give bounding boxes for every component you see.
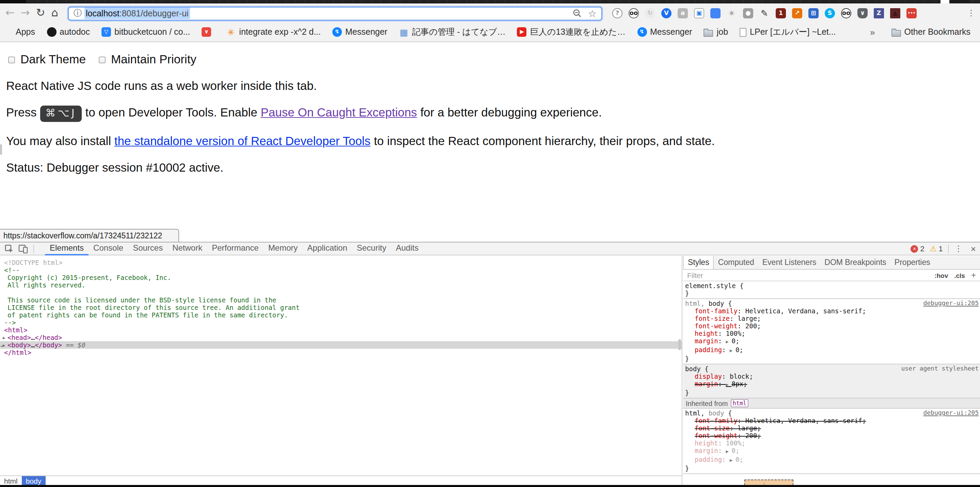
- url-text[interactable]: localhost:8081/debugger-ui: [84, 8, 190, 19]
- back-button[interactable]: ←: [5, 8, 14, 18]
- devtools-tab-sources[interactable]: Sources: [128, 242, 167, 255]
- warning-icon[interactable]: ⚠: [930, 245, 937, 252]
- devtools-tab-security[interactable]: Security: [352, 242, 391, 255]
- sidebar-tab-dom-breakpoints[interactable]: DOM Breakpoints: [820, 256, 891, 269]
- css-property[interactable]: font-weight: 200;: [685, 432, 978, 439]
- devtools-tab-memory[interactable]: Memory: [264, 242, 303, 255]
- dom-node[interactable]: Copyright (c) 2015-present, Facebook, In…: [0, 274, 682, 281]
- bookmark-red-shield[interactable]: ∨: [202, 27, 215, 37]
- sidebar-tab-computed[interactable]: Computed: [714, 256, 758, 269]
- devtools-menu-icon[interactable]: ⋮: [955, 244, 963, 253]
- extension-blue-box-icon[interactable]: [710, 8, 721, 18]
- dom-node[interactable]: ▶<head>…</head>: [0, 334, 682, 341]
- dom-node[interactable]: <!DOCTYPE html>: [0, 259, 682, 266]
- expand-arrow-icon[interactable]: ▶: [3, 341, 5, 349]
- error-icon[interactable]: ×: [911, 245, 918, 252]
- toggle-class-button[interactable]: .cls: [954, 271, 965, 279]
- devtools-tab-application[interactable]: Application: [302, 242, 352, 255]
- css-property[interactable]: padding: ▶ 0;: [685, 346, 978, 355]
- address-bar[interactable]: ⓘ localhost:8081/debugger-ui ☆: [68, 6, 602, 20]
- bookmark-youtube[interactable]: ▶巨人の13連敗を止めた…: [517, 26, 625, 38]
- expand-arrow-icon[interactable]: ▶: [3, 334, 5, 341]
- breadcrumb-body[interactable]: body: [22, 476, 46, 485]
- dom-node[interactable]: …▶<body>…</body> == $0: [0, 341, 682, 349]
- extension-panda-icon[interactable]: oo: [628, 8, 639, 18]
- react-devtools-link[interactable]: the standalone version of React Develope…: [115, 134, 371, 148]
- bookmark-autodoc[interactable]: autodoc: [47, 27, 90, 37]
- dark-theme-checkbox[interactable]: [8, 56, 15, 63]
- bookmark-bitbucket[interactable]: ▽bitbucketcuon / co...: [102, 27, 190, 37]
- style-source-link[interactable]: debugger-ui:205: [920, 409, 978, 417]
- css-property[interactable]: font-weight: 200;: [685, 322, 978, 329]
- devtools-tab-network[interactable]: Network: [167, 242, 207, 255]
- sidebar-tab-styles[interactable]: Styles: [683, 256, 714, 269]
- extension-one-password-icon[interactable]: 1: [776, 8, 786, 18]
- extension-password-ring-icon[interactable]: ?: [612, 8, 622, 18]
- css-property[interactable]: padding: ▶ 0;: [685, 456, 978, 465]
- extension-red-dots-icon[interactable]: •••: [907, 8, 917, 18]
- style-source-link[interactable]: user agent stylesheet: [897, 365, 978, 372]
- css-property[interactable]: font-size: large;: [685, 424, 978, 432]
- extension-refresh-icon[interactable]: ↻: [645, 8, 655, 18]
- bookmark-star-icon[interactable]: ☆: [588, 8, 597, 18]
- bookmark-messenger-2[interactable]: ↯Messenger: [637, 27, 692, 37]
- extension-react-devtools-icon[interactable]: ✴: [727, 8, 737, 18]
- extension-z-letter-icon[interactable]: Z: [874, 8, 884, 18]
- extension-panda-2-icon[interactable]: oo: [841, 8, 851, 18]
- dom-node[interactable]: All rights reserved.: [0, 281, 682, 289]
- new-style-rule-button[interactable]: +: [971, 271, 976, 280]
- css-property[interactable]: margin: ▶ 8px;: [685, 380, 978, 389]
- bookmark-lper[interactable]: LPer [エルパー] ~Let...: [740, 26, 836, 38]
- devtools-tab-performance[interactable]: Performance: [207, 242, 263, 255]
- devtools-tab-audits[interactable]: Audits: [391, 242, 423, 255]
- devtools-tab-elements[interactable]: Elements: [45, 242, 89, 255]
- maintain-priority-checkbox[interactable]: [99, 56, 105, 63]
- inherited-from-tag[interactable]: html: [730, 399, 748, 407]
- css-property[interactable]: height: 100%;: [685, 439, 978, 447]
- extension-skype-icon[interactable]: S: [825, 8, 835, 18]
- dom-node[interactable]: LICENSE file in the root directory of th…: [0, 304, 682, 311]
- bookmark-integrate[interactable]: ✳integrate exp -x^2 d...: [226, 27, 321, 37]
- bookmark-job-folder[interactable]: job: [704, 27, 728, 37]
- extension-blue-tag-icon[interactable]: ⊞: [808, 8, 819, 18]
- forward-button[interactable]: →: [21, 8, 30, 18]
- css-property[interactable]: font-family: Helvetica, Verdana, sans-se…: [685, 307, 978, 315]
- device-toolbar-icon[interactable]: [18, 244, 28, 253]
- dom-node[interactable]: </html>: [0, 349, 682, 356]
- extension-wolf-icon[interactable]: ▲: [890, 8, 900, 18]
- bookmarks-overflow-chevron[interactable]: »: [870, 27, 875, 37]
- extension-camera-icon[interactable]: ●: [743, 8, 753, 18]
- sidebar-tab-properties[interactable]: Properties: [891, 256, 934, 269]
- extension-speech-bubble-icon[interactable]: a: [678, 8, 688, 18]
- dom-node[interactable]: [0, 289, 682, 296]
- dom-node[interactable]: -->: [0, 319, 682, 326]
- css-property[interactable]: font-size: large;: [685, 315, 978, 322]
- sidebar-tab-event-listeners[interactable]: Event Listeners: [758, 256, 821, 269]
- bookmark-messenger[interactable]: ↯Messenger: [332, 27, 388, 37]
- css-property[interactable]: font-family: Helvetica, Verdana, sans-se…: [685, 417, 978, 424]
- style-source-link[interactable]: debugger-ui:205: [920, 300, 978, 307]
- extension-shield-chevron-icon[interactable]: ∨: [858, 8, 868, 18]
- inspect-element-icon[interactable]: [5, 244, 14, 253]
- extension-blue-pin-icon[interactable]: V: [661, 8, 671, 18]
- reload-button[interactable]: ↻: [36, 8, 45, 18]
- zoom-out-icon[interactable]: [573, 9, 582, 18]
- toggle-hover-state-button[interactable]: :hov: [934, 271, 948, 279]
- dom-node[interactable]: <!--: [0, 266, 682, 274]
- bookmark-apps[interactable]: Apps: [7, 27, 35, 37]
- extension-screen-capture-icon[interactable]: ▣: [694, 8, 704, 18]
- css-property[interactable]: margin: ▶ 0;: [685, 447, 978, 456]
- page-info-icon[interactable]: ⓘ: [73, 8, 82, 19]
- devtools-close-icon[interactable]: ×: [971, 244, 976, 254]
- dom-node[interactable]: of patent rights can be found in the PAT…: [0, 311, 682, 319]
- browser-menu-icon[interactable]: ⋮: [967, 3, 975, 22]
- home-button[interactable]: ⌂: [51, 8, 58, 18]
- dom-node[interactable]: This source code is licensed under the B…: [0, 296, 682, 304]
- elements-scrollbar[interactable]: [678, 339, 681, 350]
- css-property[interactable]: height: 100%;: [685, 329, 978, 337]
- pause-exceptions-link[interactable]: Pause On Caught Exceptions: [261, 105, 417, 119]
- extension-analytics-chart-icon[interactable]: ↗: [792, 8, 802, 18]
- css-property[interactable]: display: block;: [685, 372, 978, 380]
- breadcrumb-html[interactable]: html: [0, 476, 22, 485]
- dom-node[interactable]: <html>: [0, 326, 682, 334]
